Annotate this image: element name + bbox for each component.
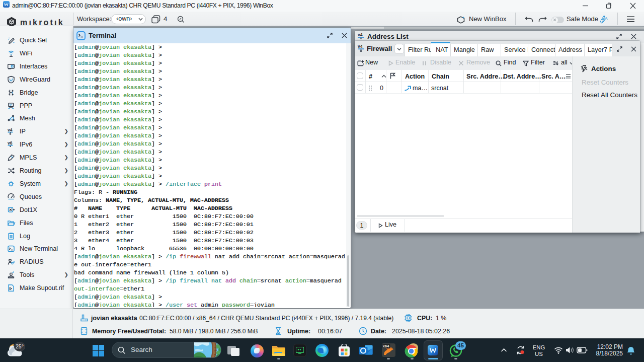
svg-text:v4: v4 (8, 127, 13, 132)
svg-text:v4: v4 (358, 44, 363, 49)
svg-text:x64: x64 (383, 344, 389, 348)
svg-text:v6: v6 (8, 140, 13, 146)
svg-text:v4: v4 (358, 32, 363, 37)
